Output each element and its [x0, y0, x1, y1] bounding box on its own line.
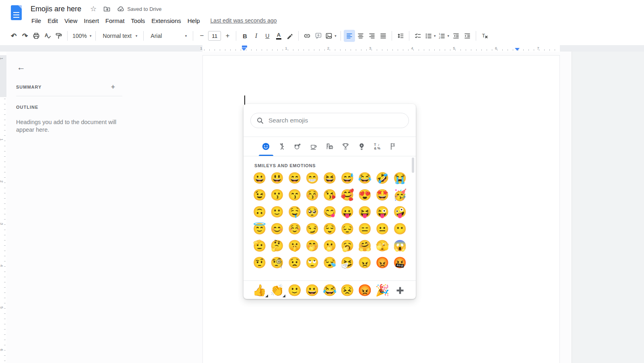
emoji-pouting-face[interactable]: 😡: [374, 254, 391, 271]
emoji-smiling-face-halo[interactable]: 😇: [251, 220, 268, 237]
emoji-search-input[interactable]: [268, 116, 403, 124]
emoji-squinting-face-tongue[interactable]: 😝: [356, 203, 374, 220]
add-comment-button[interactable]: [313, 30, 324, 42]
left-indent-marker[interactable]: [242, 48, 246, 51]
decrease-indent-button[interactable]: [450, 30, 462, 42]
menu-item-view[interactable]: View: [61, 16, 80, 25]
align-center-button[interactable]: [355, 30, 366, 42]
emoji-face-with-tongue[interactable]: 😛: [339, 203, 356, 220]
emoji-kissing-face-smiling-eyes[interactable]: 😙: [286, 187, 303, 203]
emoji-saluting-face[interactable]: 🫡: [251, 237, 268, 254]
right-indent-marker[interactable]: [515, 48, 520, 51]
emoji-shushing-face[interactable]: 🤫: [286, 237, 303, 254]
emoji-face-without-mouth[interactable]: 😶: [391, 220, 409, 237]
emoji-pensive-face[interactable]: 😔: [339, 220, 356, 237]
emoji-thinking-face[interactable]: 🤔: [268, 237, 286, 254]
tab-flags[interactable]: [386, 137, 402, 156]
menu-item-format[interactable]: Format: [102, 16, 128, 25]
emoji-relieved-face[interactable]: 😌: [321, 220, 339, 237]
doc-title[interactable]: Emojis are here: [31, 5, 81, 13]
move-folder-icon[interactable]: [103, 5, 111, 13]
emoji-neutral-face[interactable]: 😐: [374, 220, 391, 237]
frequent-emoji-grinning-face[interactable]: 😀: [303, 285, 321, 296]
frequent-emoji-pouting-face[interactable]: 😡: [356, 285, 374, 296]
emoji-face-with-rolling-eyes[interactable]: 🙄: [303, 254, 321, 271]
emoji-grinning-face-smiling-eyes[interactable]: 😄: [286, 170, 303, 187]
menu-item-help[interactable]: Help: [184, 16, 203, 25]
clear-formatting-button[interactable]: T: [479, 30, 490, 42]
insert-link-button[interactable]: [301, 30, 313, 42]
emoji-upside-down-face[interactable]: 🙃: [251, 203, 268, 220]
emoji-partying-face[interactable]: 🥳: [391, 187, 409, 203]
emoji-winking-face[interactable]: 😉: [251, 187, 268, 203]
tab-animals-and-nature[interactable]: [290, 137, 306, 156]
emoji-kissing-face[interactable]: 😗: [268, 187, 286, 203]
emoji-face-with-open-eyes-hand-over-mouth[interactable]: 🫢: [321, 237, 339, 254]
highlight-color-button[interactable]: [284, 30, 295, 42]
menu-item-extensions[interactable]: Extensions: [148, 16, 184, 25]
text-color-button[interactable]: A: [273, 30, 284, 42]
zoom-dropdown[interactable]: 100%▾: [70, 30, 93, 42]
emoji-face-with-raised-eyebrow[interactable]: 🤨: [251, 254, 268, 271]
back-arrow-icon[interactable]: ←: [14, 62, 28, 73]
emoji-grinning-face-sweat[interactable]: 😅: [339, 170, 356, 187]
emoji-grinning-face[interactable]: 😀: [251, 170, 268, 187]
menu-item-tools[interactable]: Tools: [128, 16, 148, 25]
tab-travel-and-places[interactable]: [322, 137, 338, 156]
frequent-emoji-persevering-face[interactable]: 😣: [339, 285, 356, 296]
frequent-emoji-clapping-hands[interactable]: 👏: [268, 285, 286, 296]
emoji-smiling-face[interactable]: ☺️: [286, 220, 303, 237]
add-emoji-button[interactable]: [391, 285, 409, 296]
emoji-face-blowing-kiss[interactable]: 😘: [321, 187, 339, 203]
emoji-winking-face-tongue[interactable]: 😜: [374, 203, 391, 220]
emoji-face-with-monocle[interactable]: 🧐: [268, 254, 286, 271]
emoji-rolling-on-floor-laughing[interactable]: 🤣: [374, 170, 391, 187]
font-size-input[interactable]: 11: [208, 31, 221, 41]
emoji-loudly-crying-face[interactable]: 😭: [391, 170, 409, 187]
emoji-expressionless-face[interactable]: 😑: [356, 220, 374, 237]
insert-image-button[interactable]: ▾: [324, 30, 338, 42]
emoji-grinning-squinting-face[interactable]: 😆: [321, 170, 339, 187]
tab-objects[interactable]: [353, 137, 369, 156]
emoji-yawning-face[interactable]: 🥱: [339, 237, 356, 254]
horizontal-ruler[interactable]: 11234567: [0, 45, 644, 52]
emoji-smiling-face-hearts[interactable]: 🥰: [339, 187, 356, 203]
first-line-indent-marker[interactable]: [242, 46, 247, 48]
increase-font-size-button[interactable]: +: [222, 30, 233, 42]
emoji-face-screaming-in-fear[interactable]: 😱: [391, 237, 409, 254]
emoji-face-with-hand-over-mouth[interactable]: 🤭: [303, 237, 321, 254]
emoji-smiling-face-smiling-eyes[interactable]: 😊: [268, 220, 286, 237]
star-icon[interactable]: ☆: [90, 5, 97, 12]
docs-logo[interactable]: [11, 5, 22, 20]
paint-format-button[interactable]: [53, 30, 64, 42]
emoji-search[interactable]: [250, 113, 409, 128]
emoji-slightly-smiling-face[interactable]: 🙂: [268, 203, 286, 220]
emoji-grinning-face-big-eyes[interactable]: 😃: [268, 170, 286, 187]
add-summary-button[interactable]: +: [108, 83, 118, 91]
emoji-worried-face[interactable]: 😟: [286, 254, 303, 271]
emoji-hugging-face[interactable]: 🤗: [356, 237, 374, 254]
frequent-emoji-thumbs-up[interactable]: 👍: [251, 285, 268, 296]
tab-food-and-drink[interactable]: [306, 137, 322, 156]
emoji-sneezing-face[interactable]: 🤧: [339, 254, 356, 271]
bulleted-list-button[interactable]: ▾: [423, 30, 437, 42]
align-left-button[interactable]: [344, 30, 355, 42]
tab-activities-and-events[interactable]: [338, 137, 354, 156]
undo-button[interactable]: ↶: [8, 30, 19, 42]
vertical-ruler[interactable]: 1123456: [0, 52, 6, 363]
last-edit-link[interactable]: Last edit was seconds ago: [211, 17, 277, 24]
emoji-pleading-face[interactable]: 🥺: [303, 203, 321, 220]
tab-people[interactable]: [274, 137, 290, 156]
emoji-kissing-face-closed-eyes[interactable]: 😚: [303, 187, 321, 203]
decrease-font-size-button[interactable]: −: [196, 30, 207, 42]
font-dropdown[interactable]: Arial▾: [147, 30, 190, 42]
line-spacing-button[interactable]: [395, 30, 406, 42]
bold-button[interactable]: B: [239, 30, 250, 42]
frequent-emoji-slightly-smiling-face[interactable]: 🙂: [286, 285, 303, 296]
emoji-star-struck[interactable]: 🤩: [374, 187, 391, 203]
print-button[interactable]: [31, 30, 42, 42]
emoji-angry-face[interactable]: 😠: [356, 254, 374, 271]
emoji-scroll-area[interactable]: SMILEYS AND EMOTIONS 😀😃😄😁😆😅😂🤣😭😉😗😙😚😘🥰😍🤩🥳🙃…: [244, 156, 416, 280]
emoji-face-tears-of-joy[interactable]: 😂: [356, 170, 374, 187]
emoji-face-savoring-food[interactable]: 😋: [321, 203, 339, 220]
